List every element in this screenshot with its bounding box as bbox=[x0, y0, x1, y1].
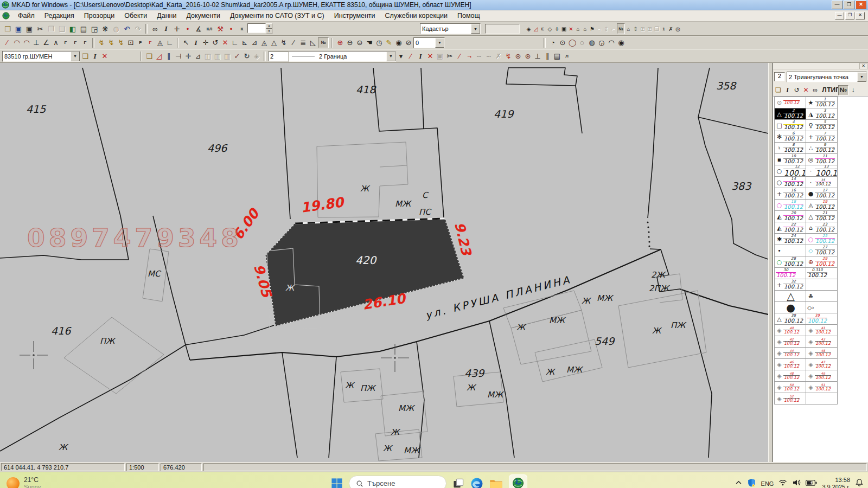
symbol-cell[interactable]: ♣ bbox=[806, 291, 838, 302]
p-delete-button[interactable]: ✕ bbox=[801, 86, 810, 95]
child-minimize-button[interactable]: — bbox=[835, 12, 844, 20]
seal-2-button[interactable]: ⊛ bbox=[523, 52, 533, 61]
new-object-button[interactable]: ❏ bbox=[144, 52, 154, 61]
angle-multi-button[interactable]: ∧ bbox=[51, 38, 61, 48]
italic-info-button[interactable]: I bbox=[161, 24, 171, 34]
object-type-dropdown[interactable]: 2 Триангулачна точка ▼ bbox=[787, 72, 867, 82]
delete-button[interactable]: ✕ bbox=[220, 38, 230, 48]
symbol-cell-18[interactable]: ○18100.12 bbox=[775, 200, 806, 211]
chevron-down-icon[interactable]: ▼ bbox=[471, 24, 480, 34]
symbol-cell-16[interactable]: +16100.12 bbox=[775, 188, 806, 200]
table-button[interactable]: Ε bbox=[539, 24, 546, 34]
arc-7-button[interactable]: ◠ bbox=[607, 38, 616, 48]
symbol-cell-40[interactable]: ◈40100.12 bbox=[775, 325, 806, 336]
redo-button[interactable]: ↷ bbox=[132, 24, 143, 34]
map-canvas[interactable]: 41549641841935838341643954942019.806.009… bbox=[0, 63, 768, 462]
arc-point-2-button[interactable]: ◠ bbox=[22, 38, 31, 48]
redline-pencil-button[interactable]: ✎ bbox=[384, 38, 394, 48]
symbol-cell-25[interactable]: ○25100.12 bbox=[806, 234, 838, 245]
symbol-cell-24[interactable]: ✱24100.12 bbox=[775, 234, 806, 245]
menu-item-3[interactable]: Обекти bbox=[119, 11, 152, 21]
perp-2-button[interactable]: ⊥ bbox=[533, 52, 542, 61]
pan-hand-button[interactable]: ☚ bbox=[365, 38, 374, 48]
line-red-2-button[interactable]: ∕ bbox=[455, 52, 464, 61]
battery-tray-button[interactable] bbox=[806, 479, 817, 488]
panel-splitter[interactable] bbox=[768, 63, 773, 462]
diamond-2-button[interactable]: ◈ bbox=[252, 52, 261, 61]
symbol-cell-8[interactable]: ♮8100.12 bbox=[775, 143, 806, 154]
layers-button[interactable]: ◈ bbox=[525, 24, 532, 34]
symbol-cell-11[interactable]: ◎11100.12 bbox=[806, 154, 838, 165]
gamma-red-button[interactable]: Γ bbox=[145, 38, 155, 48]
hatch-tri-button[interactable]: ◺ bbox=[308, 38, 318, 48]
arc-4-button[interactable]: ◌ bbox=[577, 38, 587, 48]
symbol-cell-13[interactable]: ·13100.1 bbox=[806, 165, 838, 177]
parallel-lines-button[interactable]: ≣ bbox=[298, 38, 308, 48]
circle-v-button[interactable]: ◎ bbox=[674, 24, 681, 34]
zoom-prev-button[interactable]: ◷ bbox=[374, 38, 384, 48]
symbol-cell[interactable]: • bbox=[775, 245, 806, 256]
rotate-button[interactable]: ↺ bbox=[210, 38, 220, 48]
notification-center-button[interactable] bbox=[855, 478, 864, 488]
chevron-down-icon[interactable]: ▼ bbox=[435, 38, 444, 48]
chevron-down-icon[interactable]: ▼ bbox=[386, 52, 395, 61]
child-close-button[interactable]: ✕ bbox=[856, 12, 865, 20]
node-move-button[interactable]: ↯ bbox=[97, 38, 106, 48]
symbol-cell-52[interactable]: ◈52100.12 bbox=[775, 393, 806, 404]
house-a-button[interactable]: ⌂ bbox=[582, 24, 589, 34]
angle-red-2-button[interactable]: ◿ bbox=[154, 52, 164, 61]
mkad-taskbar-button-active[interactable] bbox=[509, 474, 527, 488]
symbol-cell[interactable]: ● bbox=[775, 302, 806, 313]
symbol-cell[interactable]: ⊙100.12 bbox=[775, 97, 806, 108]
angle-button[interactable]: ∠ bbox=[41, 38, 51, 48]
symbol-cell-38[interactable]: △38100.12 bbox=[775, 313, 806, 325]
object-code-input[interactable]: 2 bbox=[774, 72, 785, 81]
symbol-cell-23[interactable]: ⌂23100.12 bbox=[806, 222, 838, 234]
tri-hatch-button[interactable]: ◬ bbox=[259, 38, 269, 48]
save-button[interactable]: ▣ bbox=[13, 24, 24, 34]
security-tray-button[interactable] bbox=[747, 478, 756, 488]
point-red-button[interactable]: • bbox=[182, 24, 193, 34]
point-red-2-button[interactable]: • bbox=[226, 24, 237, 34]
symbol-cell-49[interactable]: ◈49100.12 bbox=[806, 370, 838, 382]
symbol-cell-27[interactable]: ◇27100.12 bbox=[806, 245, 838, 256]
symbol-cell-10[interactable]: ▪10100.12 bbox=[775, 154, 806, 165]
kl-mode-button[interactable]: КЛ bbox=[204, 24, 215, 34]
strike-del-button[interactable]: ✗ bbox=[667, 24, 674, 34]
k-value-spinner[interactable]: ▲▼ bbox=[247, 23, 272, 34]
arc-point-button[interactable]: ◠ bbox=[12, 38, 22, 48]
symbol-cell-7[interactable]: +7100.12 bbox=[806, 131, 838, 143]
menu-item-7[interactable]: Инструменти bbox=[329, 11, 380, 21]
ekatte-dropdown[interactable]: 83510 гр.ШУМЕН▼ bbox=[2, 51, 80, 62]
flag-button[interactable]: ⚑ bbox=[589, 24, 596, 34]
doc-up-2-button[interactable]: ⇧ bbox=[632, 24, 639, 34]
number-button[interactable]: № bbox=[617, 23, 625, 34]
copy-2-button[interactable]: ❐ bbox=[653, 24, 660, 34]
symbol-cell-21[interactable]: △21100.12 bbox=[806, 211, 838, 222]
italic-4-button[interactable]: I bbox=[416, 52, 425, 61]
symbol-cell[interactable] bbox=[806, 279, 838, 291]
symbol-cell[interactable] bbox=[806, 393, 838, 404]
p-number-button[interactable]: № bbox=[838, 85, 848, 95]
dash-2-button[interactable]: ┄ bbox=[484, 52, 494, 61]
cross-grey-button[interactable]: ✗ bbox=[494, 52, 503, 61]
undo-button[interactable]: ↶ bbox=[122, 24, 132, 34]
stop-button[interactable]: ◍ bbox=[111, 24, 122, 34]
corner-button[interactable]: ¬ bbox=[596, 24, 603, 34]
corner-3-button[interactable]: Γ bbox=[80, 38, 90, 48]
doc-up-button[interactable]: ⇧ bbox=[603, 24, 610, 34]
polyline-2-button[interactable]: ⊾ bbox=[240, 38, 250, 48]
menu-item-6[interactable]: Документи по САТО (ЗУТ и С) bbox=[225, 11, 329, 21]
menu-item-4[interactable]: Данни bbox=[152, 11, 181, 21]
italic-3-button[interactable]: I bbox=[90, 52, 100, 61]
angle-red-button[interactable]: ◿ bbox=[532, 24, 539, 34]
mirror-button[interactable]: ◫ bbox=[203, 52, 213, 61]
paste-button[interactable]: ❑ bbox=[56, 24, 67, 34]
delete-3-button[interactable]: ✕ bbox=[100, 52, 110, 61]
corner-x-button[interactable]: ⌐ bbox=[610, 24, 617, 34]
minimize-button[interactable]: — bbox=[832, 1, 843, 9]
line-style-dropdown[interactable]: 2 Граница▼ bbox=[289, 51, 396, 62]
symbol-cell-29[interactable]: ⊕29100.12 bbox=[806, 256, 838, 268]
weather-widget[interactable]: 21°C Sunny bbox=[7, 472, 41, 488]
symbol-cell-22[interactable]: ◭22100.12 bbox=[775, 222, 806, 234]
